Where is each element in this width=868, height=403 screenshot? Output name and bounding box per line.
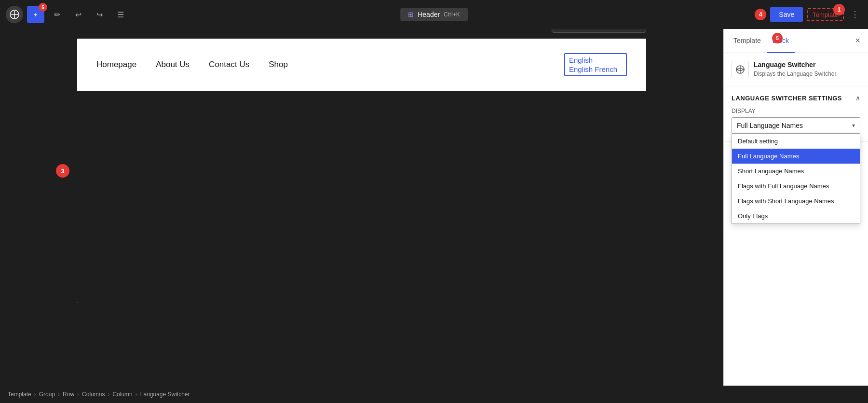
breadcrumb-sep-4: › [108, 391, 109, 398]
settings-title: Language Switcher Settings [732, 95, 842, 102]
option-flags-short[interactable]: Flags with Short Language Names [732, 194, 860, 208]
block-copy-button[interactable] [575, 29, 590, 31]
pencil-icon: ✏ [54, 10, 60, 19]
breadcrumb-language-switcher[interactable]: Language Switcher [140, 391, 190, 398]
website-preview: Homepage About Us Contact Us Shop Englis… [77, 39, 646, 303]
top-bar: + 5 ✏ ↩ ↪ ☰ ⊞ Header Ctrl+K 4 Save Templ… [0, 0, 868, 29]
move-up-button[interactable]: ▲ [608, 29, 623, 31]
option-short-language[interactable]: Short Language Names [732, 164, 860, 179]
center-title-bar: ⊞ Header Ctrl+K [400, 8, 468, 21]
undo-icon: ↩ [75, 10, 81, 19]
dropdown-selected-value: Full Language Names [737, 122, 803, 129]
language-switcher-widget[interactable]: English English French [564, 53, 627, 76]
header-section: Homepage About Us Contact Us Shop Englis… [77, 39, 646, 91]
wp-logo [6, 6, 23, 23]
display-dropdown[interactable]: Full Language Names ▾ [732, 117, 860, 134]
block-toolbar: ⋮⋮ ▲ ⋮ [552, 29, 646, 33]
canvas-content: ⋮⋮ ▲ ⋮ 3 [10, 39, 714, 303]
editor-block-wrapper: ⋮⋮ ▲ ⋮ 3 [77, 39, 646, 303]
notif-badge: 5 [39, 3, 47, 12]
header-block-icon: ⊞ [408, 11, 414, 18]
breadcrumb-template[interactable]: Template [8, 391, 31, 398]
options-button[interactable]: ⋮ [848, 6, 862, 23]
collapse-button[interactable]: ∧ [855, 94, 860, 102]
settings-section-header: Language Switcher Settings ∧ [732, 94, 860, 102]
redo-button[interactable]: ↪ [91, 6, 108, 23]
toolbar-right: 4 Save Template 1 ⋮ [755, 6, 862, 23]
plus-icon: + [34, 11, 38, 18]
breadcrumb-sep-1: › [34, 391, 36, 398]
breadcrumb-group[interactable]: Group [39, 391, 55, 398]
edit-button[interactable]: ✏ [48, 6, 66, 23]
block-description: Displays the Language Switcher. [754, 70, 838, 77]
keyboard-shortcut: Ctrl+K [444, 11, 460, 18]
step3-badge-container: 3 [56, 164, 69, 178]
panel-close-button[interactable]: × [851, 32, 864, 50]
breadcrumb-column[interactable]: Column [112, 391, 132, 398]
panel-tabs: Template Block 5 × [724, 29, 868, 53]
language-switcher-icon [732, 61, 749, 78]
tab-template[interactable]: Template [728, 29, 767, 53]
main-area: ⋮⋮ ▲ ⋮ 3 [0, 29, 868, 386]
language-english[interactable]: English [569, 56, 622, 64]
display-setting: DISPLAY Full Language Names ▾ Default se… [732, 108, 860, 134]
nav-contact-us[interactable]: Contact Us [209, 60, 249, 69]
breadcrumb-row[interactable]: Row [63, 391, 74, 398]
chevron-up-icon: ∧ [855, 94, 860, 102]
step3-indicator: 3 [56, 164, 69, 178]
save-button[interactable]: Save [770, 7, 803, 22]
option-flags-full[interactable]: Flags with Full Language Names [732, 179, 860, 194]
option-only-flags[interactable]: Only Flags [732, 208, 860, 223]
nav-shop[interactable]: Shop [269, 60, 288, 69]
block-title: Language Switcher [754, 61, 838, 69]
hamburger-icon: ⋮ [851, 10, 859, 19]
breadcrumb-sep-5: › [136, 391, 137, 398]
more-options-button[interactable]: ⋮ [627, 29, 643, 31]
redo-icon: ↪ [96, 10, 103, 19]
breadcrumb-sep-2: › [58, 391, 60, 398]
drag-handle-button[interactable]: ⋮⋮ [591, 29, 607, 31]
display-dropdown-wrapper: Full Language Names ▾ Default setting Fu… [732, 117, 860, 134]
nav-about-us[interactable]: About Us [156, 60, 190, 69]
breadcrumb-sep-3: › [77, 391, 79, 398]
list-view-button[interactable]: ☰ [112, 6, 129, 23]
bottom-breadcrumb-bar: Template › Group › Row › Columns › Colum… [0, 386, 868, 403]
block-info-text: Language Switcher Displays the Language … [754, 61, 838, 77]
nav-homepage[interactable]: Homepage [96, 60, 136, 69]
canvas-area: ⋮⋮ ▲ ⋮ 3 [0, 29, 723, 386]
display-label: DISPLAY [732, 108, 860, 114]
display-dropdown-options: Default setting Full Language Names Shor… [732, 134, 860, 224]
option-default[interactable]: Default setting [732, 134, 860, 149]
language-french[interactable]: English French [569, 65, 622, 73]
transform-block-button[interactable] [555, 29, 570, 31]
block-info-section: Language Switcher Displays the Language … [724, 53, 868, 86]
chevron-down-icon: ▾ [852, 122, 855, 129]
right-panel: Template Block 5 × Language Switcher Dis… [723, 29, 868, 386]
step2-badge: 5 [772, 33, 783, 43]
step4-badge: 4 [755, 9, 766, 20]
step1-badge: 1 [833, 4, 845, 15]
undo-button[interactable]: ↩ [69, 6, 87, 23]
option-full-language[interactable]: Full Language Names [732, 149, 860, 164]
navigation-menu: Homepage About Us Contact Us Shop [96, 60, 288, 69]
page-content-area [77, 91, 646, 303]
settings-section: Language Switcher Settings ∧ DISPLAY Ful… [724, 86, 868, 142]
list-icon: ☰ [117, 10, 124, 19]
page-title: Header [418, 11, 440, 18]
breadcrumb-columns[interactable]: Columns [82, 391, 105, 398]
